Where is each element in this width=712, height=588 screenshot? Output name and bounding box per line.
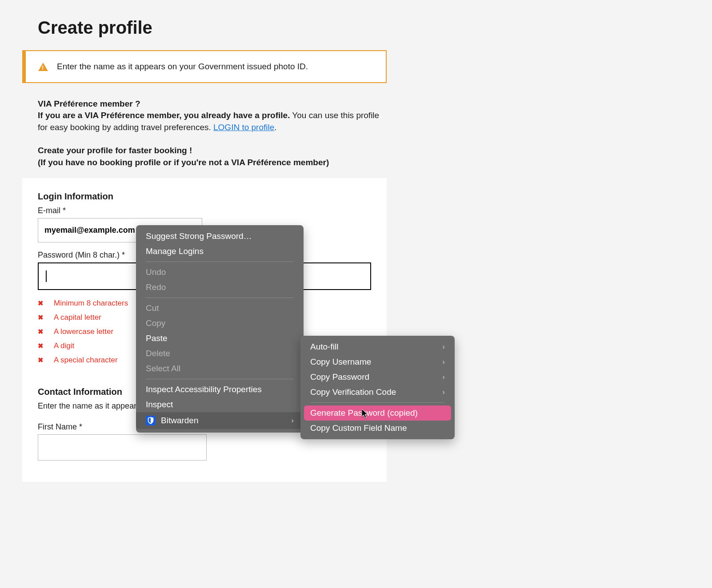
x-icon: ✖ (38, 299, 44, 307)
text-cursor (46, 270, 47, 282)
x-icon: ✖ (38, 356, 44, 364)
menu-cut[interactable]: Cut (136, 301, 304, 316)
menu-select-all[interactable]: Select All (136, 361, 304, 376)
member-bold: If you are a VIA Préférence member, you … (38, 111, 290, 120)
x-icon: ✖ (38, 328, 44, 336)
rule-text: A capital letter (54, 313, 101, 322)
menu-divider (310, 402, 445, 403)
x-icon: ✖ (38, 314, 44, 322)
member-question: VIA Préférence member ? (38, 99, 384, 109)
menu-manage-logins[interactable]: Manage Logins (136, 244, 304, 259)
x-icon: ✖ (38, 342, 44, 350)
login-to-profile-link[interactable]: LOGIN to profile (213, 123, 274, 132)
first-name-input[interactable] (38, 434, 207, 461)
chevron-right-icon: › (442, 342, 445, 351)
bitwarden-submenu[interactable]: Auto-fill› Copy Username› Copy Password›… (300, 336, 455, 439)
menu-inspect[interactable]: Inspect (136, 397, 304, 412)
menu-redo[interactable]: Redo (136, 280, 304, 295)
rule-text: A digit (54, 342, 74, 350)
member-info: If you are a VIA Préférence member, you … (38, 110, 384, 133)
menu-suggest-password[interactable]: Suggest Strong Password… (136, 229, 304, 244)
menu-inspect-a11y[interactable]: Inspect Accessibility Properties (136, 382, 304, 397)
menu-delete[interactable]: Delete (136, 346, 304, 361)
chevron-right-icon: › (442, 373, 445, 381)
create-line1: Create your profile for faster booking ! (38, 145, 690, 157)
email-label: E-mail * (38, 206, 371, 215)
context-menu[interactable]: Suggest Strong Password… Manage Logins U… (136, 225, 304, 433)
member-period: . (274, 123, 276, 132)
menu-divider (146, 379, 294, 379)
alert-banner: Enter the name as it appears on your Gov… (22, 50, 387, 83)
submenu-copy-verification[interactable]: Copy Verification Code› (300, 385, 455, 400)
rule-text: Minimum 8 characters (54, 299, 128, 308)
chevron-right-icon: › (442, 358, 445, 366)
login-info-heading: Login Information (38, 191, 371, 202)
menu-copy[interactable]: Copy (136, 316, 304, 331)
alert-text: Enter the name as it appears on your Gov… (57, 62, 308, 72)
submenu-generate-password[interactable]: Generate Password (copied) (304, 405, 451, 421)
chevron-right-icon: › (442, 388, 445, 397)
create-line2: (If you have no booking profile or if yo… (38, 157, 690, 169)
menu-paste[interactable]: Paste (136, 331, 304, 346)
rule-text: A lowercase letter (54, 327, 113, 336)
menu-divider (146, 298, 294, 298)
menu-bitwarden[interactable]: Bitwarden › (136, 412, 304, 429)
intro-create-block: Create your profile for faster booking !… (38, 145, 690, 168)
intro-member-block: VIA Préférence member ? If you are a VIA… (38, 99, 384, 133)
menu-undo[interactable]: Undo (136, 265, 304, 280)
submenu-copy-custom-field[interactable]: Copy Custom Field Name (300, 421, 455, 436)
page-title: Create profile (38, 18, 690, 38)
chevron-right-icon: › (291, 416, 294, 425)
submenu-copy-username[interactable]: Copy Username› (300, 354, 455, 369)
bitwarden-icon (146, 416, 156, 425)
bitwarden-label: Bitwarden (161, 416, 199, 425)
warning-icon (38, 63, 48, 71)
rule-text: A special character (54, 356, 118, 365)
menu-divider (146, 262, 294, 262)
submenu-autofill[interactable]: Auto-fill› (300, 339, 455, 354)
submenu-copy-password[interactable]: Copy Password› (300, 369, 455, 385)
